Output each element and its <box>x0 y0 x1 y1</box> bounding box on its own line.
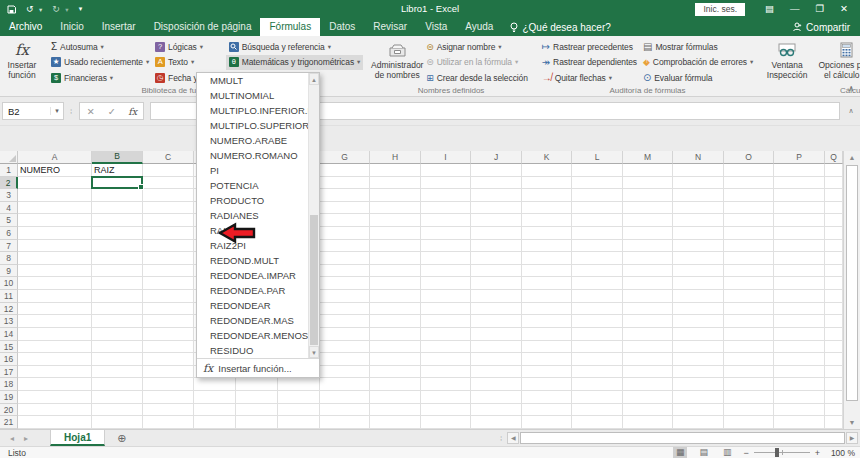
cell-a16[interactable] <box>18 353 92 366</box>
cell-j2[interactable] <box>471 177 522 190</box>
cell-j21[interactable] <box>471 416 522 429</box>
redo-button[interactable]: ↻ ▾ <box>52 4 68 14</box>
cell-b11[interactable] <box>92 290 143 303</box>
cell-m6[interactable] <box>623 227 673 240</box>
cell-m12[interactable] <box>623 303 673 316</box>
cell-h13[interactable] <box>370 315 421 328</box>
cell-o16[interactable] <box>724 353 774 366</box>
cell-d21[interactable] <box>194 416 236 429</box>
scroll-left-icon[interactable]: ◀ <box>507 432 519 444</box>
dropdown-scroll-up-icon[interactable]: ▲ <box>309 73 319 85</box>
cell-a14[interactable] <box>18 328 92 341</box>
cell-h5[interactable] <box>370 214 421 227</box>
menu-item-multiplo.inferior.mat[interactable]: MULTIPLO.INFERIOR.MAT <box>197 103 319 118</box>
cell-b4[interactable] <box>92 202 143 215</box>
cell-b7[interactable] <box>92 240 143 253</box>
cell-e19[interactable] <box>236 391 278 404</box>
cell-c8[interactable] <box>143 252 194 265</box>
column-header-n[interactable]: N <box>673 151 724 164</box>
cell-c15[interactable] <box>143 341 194 354</box>
cell-b3[interactable] <box>92 189 143 202</box>
cell-n15[interactable] <box>673 341 724 354</box>
dropdown-scroll-down-icon[interactable]: ▼ <box>309 346 319 358</box>
cell-q5[interactable] <box>825 214 843 227</box>
cell-l18[interactable] <box>572 378 623 391</box>
cell-e21[interactable] <box>236 416 278 429</box>
cell-b9[interactable] <box>92 265 143 278</box>
cell-g7[interactable] <box>320 240 370 253</box>
menu-item-producto[interactable]: PRODUCTO <box>197 193 319 208</box>
cell-j18[interactable] <box>471 378 522 391</box>
cell-g15[interactable] <box>320 341 370 354</box>
cell-b14[interactable] <box>92 328 143 341</box>
cell-l13[interactable] <box>572 315 623 328</box>
cell-m14[interactable] <box>623 328 673 341</box>
cell-n9[interactable] <box>673 265 724 278</box>
horizontal-scrollbar[interactable]: ⁞ ◀ ▶ <box>498 430 860 446</box>
name-manager-button[interactable]: Administrador de nombres <box>371 39 423 80</box>
menu-item-potencia[interactable]: POTENCIA <box>197 178 319 193</box>
cell-c11[interactable] <box>143 290 194 303</box>
cell-k4[interactable] <box>522 202 572 215</box>
cell-n6[interactable] <box>673 227 724 240</box>
cell-i20[interactable] <box>421 404 471 417</box>
cell-h7[interactable] <box>370 240 421 253</box>
cell-j8[interactable] <box>471 252 522 265</box>
financial-button[interactable]: $Financieras▾ <box>48 70 152 86</box>
vertical-scrollbar[interactable]: ▲ ▼ <box>843 151 860 429</box>
menu-item-raiz2pi[interactable]: RAIZ2PI <box>197 238 319 253</box>
cell-h15[interactable] <box>370 341 421 354</box>
row-header-7[interactable]: 7 <box>0 240 18 253</box>
cell-k3[interactable] <box>522 189 572 202</box>
cell-m21[interactable] <box>623 416 673 429</box>
autosum-button[interactable]: ΣAutosuma▾ <box>48 39 152 55</box>
row-header-6[interactable]: 6 <box>0 227 18 240</box>
row-header-19[interactable]: 19 <box>0 391 18 404</box>
recently-used-button[interactable]: ★Usado recientemente▾ <box>48 55 152 71</box>
cell-l19[interactable] <box>572 391 623 404</box>
cell-m9[interactable] <box>623 265 673 278</box>
scroll-down-icon[interactable]: ▼ <box>844 416 860 429</box>
cell-h16[interactable] <box>370 353 421 366</box>
cell-p15[interactable] <box>774 341 825 354</box>
cell-m5[interactable] <box>623 214 673 227</box>
cell-q20[interactable] <box>825 404 843 417</box>
cell-n7[interactable] <box>673 240 724 253</box>
cell-h18[interactable] <box>370 378 421 391</box>
menu-item-multiplo.superior.mat[interactable]: MULTIPLO.SUPERIOR.MAT <box>197 118 319 133</box>
cell-c2[interactable] <box>143 177 194 190</box>
cell-k16[interactable] <box>522 353 572 366</box>
cell-c17[interactable] <box>143 366 194 379</box>
cell-o12[interactable] <box>724 303 774 316</box>
tab-insertar[interactable]: Insertar <box>93 18 145 36</box>
cell-c10[interactable] <box>143 277 194 290</box>
trace-precedents-button[interactable]: ↦Rastrear precedentes <box>539 39 640 55</box>
cell-q11[interactable] <box>825 290 843 303</box>
cell-o8[interactable] <box>724 252 774 265</box>
cell-k17[interactable] <box>522 366 572 379</box>
cell-n21[interactable] <box>673 416 724 429</box>
tab-archivo[interactable]: Archivo <box>0 18 51 36</box>
cell-p3[interactable] <box>774 189 825 202</box>
cell-i11[interactable] <box>421 290 471 303</box>
enter-icon[interactable]: ✓ <box>101 106 122 117</box>
cell-o21[interactable] <box>724 416 774 429</box>
cell-p4[interactable] <box>774 202 825 215</box>
cell-p11[interactable] <box>774 290 825 303</box>
column-header-q[interactable]: Q <box>825 151 843 164</box>
cell-i16[interactable] <box>421 353 471 366</box>
cell-a11[interactable] <box>18 290 92 303</box>
cell-k10[interactable] <box>522 277 572 290</box>
menu-item-redondear[interactable]: REDONDEAR <box>197 298 319 313</box>
cell-m1[interactable] <box>623 164 673 177</box>
cell-l1[interactable] <box>572 164 623 177</box>
cell-l4[interactable] <box>572 202 623 215</box>
cell-b19[interactable] <box>92 391 143 404</box>
cell-h11[interactable] <box>370 290 421 303</box>
define-name-button[interactable]: ⊜Asignar nombre▾ <box>423 39 531 55</box>
cell-b8[interactable] <box>92 252 143 265</box>
cell-q21[interactable] <box>825 416 843 429</box>
show-formulas-button[interactable]: ▤Mostrar fórmulas <box>640 39 756 55</box>
cell-a15[interactable] <box>18 341 92 354</box>
cell-g12[interactable] <box>320 303 370 316</box>
